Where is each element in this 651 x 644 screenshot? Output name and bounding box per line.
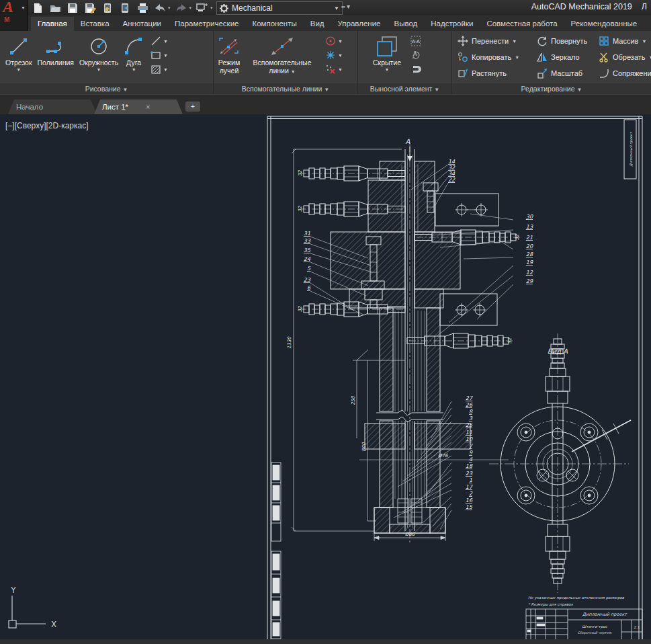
stretch-icon (458, 68, 468, 79)
copy-button[interactable]: Копировать▼ (458, 52, 537, 63)
erase-construction-small-button[interactable]: ▼ (324, 63, 344, 75)
panel-title-draw[interactable]: Рисование ▼ (0, 83, 213, 94)
qat-customize-button[interactable]: ＝▾ (340, 2, 350, 11)
array-caret[interactable]: ▼ (642, 39, 646, 44)
tab-upravlenie[interactable]: Управление (331, 17, 388, 31)
annotation-update-small-button[interactable]: A (409, 49, 424, 61)
circle-dropdown-caret[interactable]: ▼ (97, 67, 101, 73)
workspace-name: Mechanical (232, 3, 273, 13)
arc-dropdown-caret[interactable]: ▼ (132, 67, 136, 73)
svg-text:11: 11 (466, 430, 472, 436)
new-file-button[interactable] (31, 1, 44, 14)
svg-text:32: 32 (298, 206, 303, 212)
stretch-button[interactable]: Растянуть (458, 68, 537, 79)
rectangle-small-button[interactable]: ▼ (149, 49, 169, 61)
construction-line-small-button[interactable]: ▼ (149, 35, 169, 47)
svg-text:18: 18 (466, 463, 473, 469)
panel-title-detail[interactable]: Выносной элемент ▼ (358, 83, 451, 94)
panel-title-modify[interactable]: Редактирование ▼ (452, 83, 651, 94)
svg-text:Не указанные предельные отклон: Не указанные предельные отклонения разме… (528, 596, 625, 600)
svg-text:6: 6 (307, 285, 311, 291)
application-menu-button[interactable]: A М ▼ (0, 0, 28, 31)
ribbon-tab-bar: Главная Вставка Аннотации Параметрически… (0, 15, 651, 31)
svg-text:Дипломный проект: Дипломный проект (629, 131, 634, 166)
tab-parametricheskie[interactable]: Параметрические (168, 17, 245, 31)
drawing-canvas[interactable]: Дипломный проект A (0, 114, 651, 644)
svg-text:Y: Y (10, 586, 16, 595)
undo-icon (154, 3, 166, 13)
svg-text:250: 250 (351, 396, 356, 405)
tab-nadstroyki[interactable]: Надстройки (424, 17, 480, 31)
undo-button[interactable] (153, 1, 167, 14)
construction-lines-caret[interactable]: ▼ (291, 69, 296, 74)
file-tab-sheet1[interactable]: Лист 1* × (94, 99, 183, 114)
close-icon[interactable]: × (146, 103, 150, 111)
panel-expand-icon: ▼ (122, 87, 128, 93)
app-menu-caret-icon: ▼ (21, 5, 26, 10)
quick-access-toolbar: ▾ ▾ ▾ (31, 1, 213, 15)
copy-icon (458, 52, 468, 63)
drawing-svg[interactable]: Дипломный проект A (0, 114, 651, 644)
viewport-controls[interactable]: [−][Сверху][2D-каркас] (5, 121, 89, 130)
array-button[interactable]: Массив▼ (599, 36, 651, 46)
detail-small-column: A-A A (409, 31, 424, 75)
tab-vid[interactable]: Вид (304, 17, 331, 31)
section-aa-small-button[interactable]: A-A (409, 35, 424, 47)
polyline-button[interactable]: Полилиния (38, 31, 75, 67)
save-button[interactable] (66, 1, 79, 14)
hide-object-small-button[interactable] (409, 63, 424, 75)
move-caret[interactable]: ▼ (512, 39, 517, 44)
workspace-dropdown-caret[interactable]: ▾ (210, 5, 213, 11)
svg-text:33: 33 (304, 238, 311, 244)
view-a: Вид А (489, 333, 631, 593)
panel-title-construction[interactable]: Вспомогательные линии ▼ (214, 83, 357, 94)
svg-text:23: 23 (466, 471, 473, 477)
move-button[interactable]: Перенести▼ (458, 36, 537, 46)
file-tab-start[interactable]: Начало (8, 99, 97, 114)
commandline-edge (0, 639, 651, 644)
copy-caret[interactable]: ▼ (515, 55, 519, 60)
save-web-mobile-button[interactable] (118, 1, 132, 14)
margin-stamp-column (271, 462, 281, 639)
scale-button[interactable]: Масштаб (537, 68, 599, 79)
redo-button[interactable] (175, 1, 188, 14)
hide-dropdown-caret[interactable]: ▼ (385, 67, 390, 73)
workspace-switch-button[interactable] (196, 1, 209, 14)
point-burst-small-button[interactable]: ▼ (324, 49, 344, 61)
tab-vstavka[interactable]: Вставка (74, 17, 116, 31)
plot-button[interactable] (136, 1, 149, 14)
new-tab-button[interactable]: + (185, 102, 200, 112)
trim-caret[interactable]: ▼ (649, 55, 651, 60)
redo-dropdown[interactable]: ▾ (189, 5, 192, 11)
save-as-button[interactable] (83, 1, 97, 14)
line-button[interactable]: Отрезок ▼ (5, 31, 32, 73)
tab-rekomendovannye[interactable]: Рекомендованные (564, 17, 644, 31)
hatch-small-button[interactable]: ▼ (149, 63, 169, 75)
undo-dropdown[interactable]: ▾ (168, 5, 171, 11)
rotate-button[interactable]: Повернуть (537, 36, 599, 46)
svg-text:30: 30 (526, 214, 533, 220)
workspace-selector[interactable]: Mechanical ▼ (216, 1, 343, 15)
line-dropdown-caret[interactable]: ▼ (16, 67, 21, 73)
xline-icon (150, 36, 161, 46)
open-web-mobile-button[interactable] (101, 1, 114, 14)
ray-mode-button[interactable]: Режим лучей (218, 31, 241, 75)
tab-sovmestnaya-rabota[interactable]: Совместная работа (480, 17, 564, 31)
trim-button[interactable]: Обрезать▼ (599, 52, 651, 63)
svg-text:2:1: 2:1 (634, 625, 640, 629)
tab-vyvod[interactable]: Вывод (387, 17, 424, 31)
mirror-button[interactable]: Зеркало (537, 52, 599, 63)
fillet-button[interactable]: Сопряжение (599, 68, 651, 79)
hide-button[interactable]: Скрытие ▼ (373, 31, 401, 73)
hide-object-icon (410, 64, 423, 75)
tab-komponenty[interactable]: Компоненты (245, 17, 303, 31)
circle-button[interactable]: Окружность ▼ (79, 31, 118, 73)
ray-circle-small-button[interactable]: ▼ (324, 35, 344, 47)
tab-annotacii[interactable]: Аннотации (116, 17, 168, 31)
construction-lines-button[interactable]: Вспомогательные линии ▼ (245, 31, 320, 75)
arc-button[interactable]: Дуга ▼ (124, 31, 144, 73)
tab-glavnaya[interactable]: Главная (31, 17, 74, 31)
open-file-button[interactable] (48, 1, 62, 14)
svg-text:26: 26 (466, 402, 473, 408)
svg-text:32: 32 (298, 170, 303, 176)
